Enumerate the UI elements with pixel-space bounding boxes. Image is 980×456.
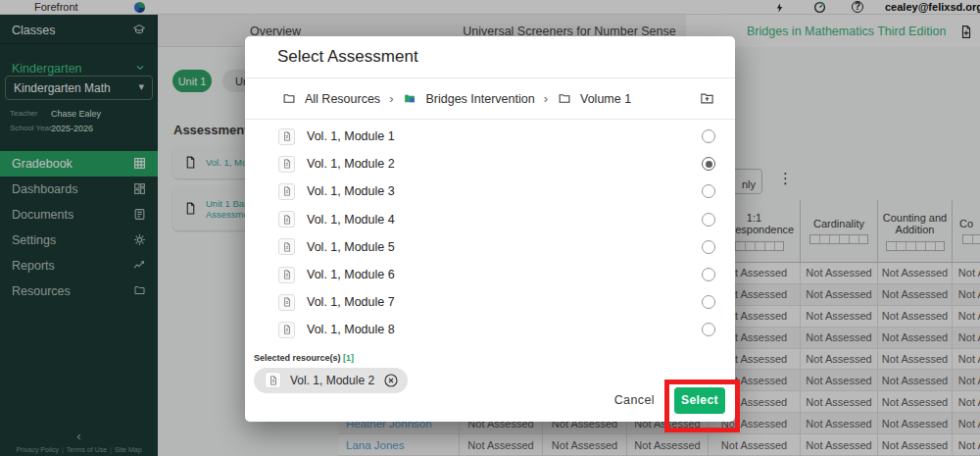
assessment-option-label: Vol. 1, Module 8 xyxy=(307,323,690,336)
breadcrumb-all-resources[interactable]: All Resources xyxy=(281,92,380,106)
assessment-option-label: Vol. 1, Module 2 xyxy=(307,157,690,171)
document-icon xyxy=(278,211,295,228)
assessment-option[interactable]: Vol. 1, Module 1 xyxy=(245,123,735,150)
assessment-option-label: Vol. 1, Module 3 xyxy=(307,184,690,198)
annotation-highlight-box xyxy=(664,380,740,432)
breadcrumb-volume-1[interactable]: Volume 1 xyxy=(557,92,631,106)
assessment-option[interactable]: Vol. 1, Module 4 xyxy=(245,206,735,233)
folder-colored-icon xyxy=(402,92,417,105)
modal-footer: Cancel Select xyxy=(245,379,735,422)
assessment-option-label: Vol. 1, Module 4 xyxy=(307,213,690,227)
assessment-option[interactable]: Vol. 1, Module 3 xyxy=(245,177,735,205)
document-icon xyxy=(278,322,295,338)
document-icon xyxy=(278,294,295,311)
radio-button[interactable] xyxy=(702,184,715,198)
cancel-button[interactable]: Cancel xyxy=(614,393,655,407)
assessment-option[interactable]: Vol. 1, Module 5 xyxy=(245,233,735,261)
breadcrumb: All Resources › Bridges Intervention › V… xyxy=(245,78,735,120)
modal-title: Select Assessment xyxy=(245,36,735,78)
radio-button[interactable] xyxy=(702,240,715,254)
chevron-right-icon: › xyxy=(544,91,548,106)
assessment-option[interactable]: Vol. 1, Module 8 xyxy=(245,316,735,343)
select-assessment-modal: Select Assessment All Resources › Bridge… xyxy=(245,36,735,422)
document-icon xyxy=(278,238,295,255)
breadcrumb-bridges-intervention[interactable]: Bridges Intervention xyxy=(402,92,534,106)
radio-button[interactable] xyxy=(702,157,715,171)
assessment-option[interactable]: Vol. 1, Module 7 xyxy=(245,288,735,316)
document-icon xyxy=(278,128,295,145)
radio-button[interactable] xyxy=(702,213,715,227)
radio-button[interactable] xyxy=(702,268,715,281)
assessment-option-label: Vol. 1, Module 1 xyxy=(307,129,690,143)
folder-icon xyxy=(557,92,572,105)
assessment-option-label: Vol. 1, Module 7 xyxy=(307,295,690,309)
assessment-option-label: Vol. 1, Module 6 xyxy=(307,268,690,281)
selected-resources-count: [1] xyxy=(343,353,354,363)
document-icon xyxy=(278,183,295,200)
selected-resources-label: Selected resource(s) [1] xyxy=(245,344,735,363)
assessment-option[interactable]: Vol. 1, Module 2 xyxy=(245,150,735,177)
breadcrumb-label: Volume 1 xyxy=(580,92,631,106)
assessment-list: Vol. 1, Module 1Vol. 1, Module 2Vol. 1, … xyxy=(245,120,735,344)
selected-resources-text: Selected resource(s) xyxy=(254,353,341,363)
document-icon xyxy=(278,267,295,283)
document-icon xyxy=(278,156,295,173)
chevron-right-icon: › xyxy=(389,91,393,106)
radio-button[interactable] xyxy=(702,129,715,143)
breadcrumb-label: All Resources xyxy=(305,92,380,106)
assessment-option[interactable]: Vol. 1, Module 6 xyxy=(245,261,735,288)
folder-up-icon[interactable] xyxy=(699,91,715,106)
radio-button[interactable] xyxy=(702,295,715,309)
folder-icon xyxy=(281,92,297,105)
breadcrumb-label: Bridges Intervention xyxy=(425,92,534,106)
assessment-option-label: Vol. 1, Module 5 xyxy=(307,240,690,254)
radio-button[interactable] xyxy=(702,323,715,336)
